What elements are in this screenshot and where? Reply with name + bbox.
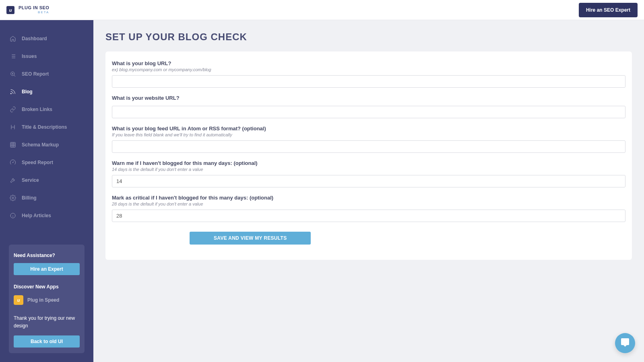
form-group-blog-url: What is your blog URL? ex) blog.mycompan… [112, 60, 625, 88]
warn-days-hint: 14 days is the default if you don't ente… [112, 167, 625, 172]
zoom-icon [10, 71, 16, 77]
sidebar-item-issues[interactable]: Issues [0, 49, 93, 64]
heading-icon [10, 124, 16, 130]
discover-title: Discover New Apps [14, 284, 80, 290]
sidebar-item-label: Speed Report [22, 160, 53, 165]
critical-days-input[interactable] [112, 210, 625, 222]
app-badge-icon: u [14, 295, 23, 305]
wrench-icon [10, 177, 16, 183]
sidebar-item-label: Dashboard [22, 36, 47, 41]
sidebar-item-billing[interactable]: Billing [0, 191, 93, 205]
warn-days-label: Warn me if I haven't blogged for this ma… [112, 160, 625, 166]
app-label: Plug in Speed [27, 297, 59, 303]
link-icon [10, 106, 16, 113]
hire-expert-button[interactable]: Hire an Expert [14, 263, 80, 275]
assist-title: Need Assistance? [14, 253, 80, 258]
sidebar-item-seo-report[interactable]: SEO Report [0, 67, 93, 81]
rss-icon [10, 88, 16, 95]
chat-icon [620, 337, 630, 349]
hire-seo-expert-button[interactable]: Hire an SEO Expert [579, 3, 638, 17]
save-view-results-button[interactable]: SAVE AND VIEW MY RESULTS [190, 232, 311, 245]
main-content: SET UP YOUR BLOG CHECK What is your blog… [93, 20, 644, 362]
logo-beta: BETA [19, 10, 49, 14]
logo-area[interactable]: u PLUG IN SEO BETA [6, 6, 49, 14]
blog-check-form: What is your blog URL? ex) blog.mycompan… [105, 51, 632, 260]
logo-text-block: PLUG IN SEO BETA [19, 6, 49, 14]
top-header: u PLUG IN SEO BETA Hire an SEO Expert [0, 0, 644, 20]
form-group-critical-days: Mark as critical if I haven't blogged fo… [112, 195, 625, 222]
sidebar-item-label: Title & Descriptions [22, 124, 67, 130]
svg-point-10 [10, 93, 11, 94]
assistance-box: Need Assistance? Hire an Expert Discover… [9, 245, 85, 353]
thanks-text: Thank you for trying our new design [14, 315, 80, 330]
home-icon [10, 35, 16, 42]
sidebar-item-label: Service [22, 177, 39, 183]
website-url-label: What is your website URL? [112, 95, 625, 101]
sidebar-item-label: Issues [22, 53, 37, 59]
info-icon [10, 212, 16, 219]
page-title: SET UP YOUR BLOG CHECK [105, 31, 632, 43]
website-url-input[interactable] [112, 106, 625, 118]
logo-text: PLUG IN SEO [19, 6, 49, 10]
blog-url-input[interactable] [112, 75, 625, 88]
sidebar-item-label: SEO Report [22, 71, 49, 77]
feed-url-hint: If you leave this field blank and we'll … [112, 132, 625, 137]
sidebar-item-service[interactable]: Service [0, 173, 93, 187]
feed-url-label: What is your blog feed URL in Atom or RS… [112, 125, 625, 132]
app-plug-in-speed[interactable]: u Plug in Speed [14, 295, 80, 305]
blog-url-label: What is your blog URL? [112, 60, 625, 66]
svg-point-21 [12, 197, 14, 199]
blog-url-hint: ex) blog.mycompany.com or mycompany.com/… [112, 67, 625, 72]
svg-rect-14 [10, 142, 15, 147]
chat-help-button[interactable] [615, 333, 635, 353]
sidebar-item-help-articles[interactable]: Help Articles [0, 208, 93, 223]
svg-point-20 [12, 162, 13, 162]
sidebar-item-label: Help Articles [22, 213, 51, 218]
logo-badge-icon: u [6, 6, 14, 14]
speed-icon [10, 159, 16, 166]
grid-icon [10, 142, 16, 148]
sidebar-item-dashboard[interactable]: Dashboard [0, 31, 93, 46]
critical-days-hint: 28 days is the default if you don't ente… [112, 202, 625, 206]
form-group-feed-url: What is your blog feed URL in Atom or RS… [112, 125, 625, 153]
sidebar-item-label: Schema Markup [22, 142, 59, 148]
sidebar-item-speed-report[interactable]: Speed Report [0, 155, 93, 170]
sidebar-item-label: Broken Links [22, 107, 52, 112]
sidebar-item-label: Billing [22, 195, 37, 201]
sidebar-nav: Dashboard Issues SEO Report Blog Broken … [0, 31, 93, 238]
back-to-old-ui-button[interactable]: Back to old UI [14, 335, 80, 348]
critical-days-label: Mark as critical if I haven't blogged fo… [112, 195, 625, 201]
warn-days-input[interactable] [112, 175, 625, 187]
svg-line-7 [14, 75, 15, 76]
form-group-website-url: What is your website URL? [112, 95, 625, 118]
sidebar-item-broken-links[interactable]: Broken Links [0, 102, 93, 117]
sidebar-item-title-descriptions[interactable]: Title & Descriptions [0, 120, 93, 134]
sidebar: Dashboard Issues SEO Report Blog Broken … [0, 20, 93, 362]
list-icon [10, 53, 16, 60]
sidebar-item-blog[interactable]: Blog [0, 84, 93, 99]
sidebar-item-schema-markup[interactable]: Schema Markup [0, 138, 93, 152]
form-group-warn-days: Warn me if I haven't blogged for this ma… [112, 160, 625, 187]
feed-url-input[interactable] [112, 140, 625, 153]
gear-icon [10, 195, 16, 201]
sidebar-item-label: Blog [22, 89, 33, 95]
